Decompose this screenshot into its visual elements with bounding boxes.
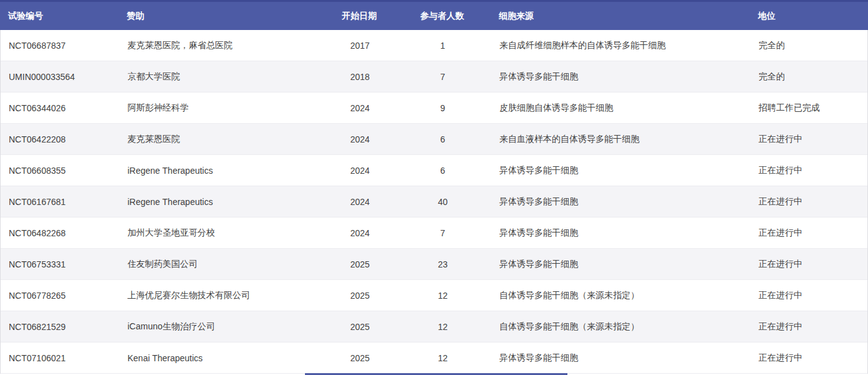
cell-trial_id: NCT06753331 [1,259,119,269]
cell-trial_id: NCT07106021 [1,353,119,363]
cell-cell_source: 异体诱导多能干细胞 [491,352,751,364]
table-row: NCT07106021Kenai Therapeutics202512异体诱导多… [1,342,867,374]
cell-status: 正在进行中 [751,259,867,270]
table-row: NCT06344026阿斯彭神经科学20249皮肤细胞自体诱导多能干细胞招聘工作… [1,92,867,124]
cell-sponsor: iCamuno生物治疗公司 [119,321,326,332]
cell-trial_id: NCT06821529 [1,322,119,332]
cell-trial_id: NCT06167681 [1,197,119,207]
cell-participants: 6 [394,134,491,144]
table-row: NCT06608355iRegene Therapeutics20246异体诱导… [1,155,867,186]
cell-cell_source: 自体诱导多能干细胞（来源未指定） [491,321,751,332]
cell-status: 正在进行中 [751,352,867,364]
cell-sponsor: 阿斯彭神经科学 [119,102,326,114]
cell-sponsor: 上海优尼赛尔生物技术有限公司 [119,290,326,301]
cell-start_date: 2024 [326,166,394,176]
column-header-trial_id: 试验编号 [0,11,119,22]
cell-trial_id: NCT06482268 [1,228,119,238]
cell-sponsor: Kenai Therapeutics [119,353,326,363]
cell-participants: 12 [394,322,491,332]
cell-participants: 9 [394,103,491,113]
cell-start_date: 2017 [326,41,394,51]
table-body: NCT06687837麦克莱恩医院，麻省总医院20171来自成纤维细胞样本的自体… [0,30,868,374]
table-row: NCT06167681iRegene Therapeutics202440异体诱… [1,186,867,218]
cell-start_date: 2024 [326,103,394,113]
cell-start_date: 2018 [326,72,394,82]
cell-status: 完全的 [751,40,867,51]
table-row: NCT06422208麦克莱恩医院20246来自血液样本的自体诱导多能干细胞正在… [1,124,867,155]
cell-start_date: 2024 [326,197,394,207]
cell-participants: 12 [394,291,491,301]
cell-participants: 23 [394,259,491,269]
cell-start_date: 2025 [326,259,394,269]
column-header-sponsor: 赞助 [119,11,325,22]
cell-status: 完全的 [751,71,867,82]
cell-status: 正在进行中 [751,290,867,301]
cell-sponsor: 麦克莱恩医院，麻省总医院 [119,40,326,51]
cell-status: 正在进行中 [751,196,867,208]
column-header-cell_source: 细胞来源 [491,11,750,22]
cell-trial_id: NCT06422208 [1,134,119,144]
cell-participants: 40 [394,197,491,207]
cell-cell_source: 异体诱导多能干细胞 [491,165,751,176]
table-row: UMIN000033564京都大学医院20187异体诱导多能干细胞完全的 [1,61,867,92]
cell-status: 正在进行中 [751,134,867,145]
cell-trial_id: UMIN000033564 [1,72,119,82]
cell-sponsor: iRegene Therapeutics [119,197,326,207]
table-row: NCT06687837麦克莱恩医院，麻省总医院20171来自成纤维细胞样本的自体… [1,30,867,61]
cell-cell_source: 异体诱导多能干细胞 [491,196,751,208]
column-header-participants: 参与者人数 [394,11,491,22]
cell-sponsor: 住友制药美国公司 [119,259,326,270]
cell-participants: 6 [394,166,491,176]
table-row: NCT06482268加州大学圣地亚哥分校20247异体诱导多能干细胞正在进行中 [1,218,867,249]
cell-trial_id: NCT06608355 [1,166,119,176]
cell-start_date: 2025 [326,291,394,301]
table-header-row: 试验编号赞助开始日期参与者人数细胞来源地位 [0,0,868,30]
cell-participants: 12 [394,353,491,363]
cell-start_date: 2024 [326,134,394,144]
table-row: NCT06753331住友制药美国公司202523异体诱导多能干细胞正在进行中 [1,249,867,280]
cell-trial_id: NCT06778265 [1,291,119,301]
cell-start_date: 2025 [326,353,394,363]
cell-trial_id: NCT06344026 [1,103,119,113]
cell-cell_source: 自体诱导多能干细胞（来源未指定） [491,290,751,301]
cell-cell_source: 异体诱导多能干细胞 [491,259,751,270]
cell-start_date: 2025 [326,322,394,332]
cell-status: 正在进行中 [751,165,867,176]
cell-participants: 1 [394,41,491,51]
table-row: NCT06778265上海优尼赛尔生物技术有限公司202512自体诱导多能干细胞… [1,280,867,311]
cell-status: 招聘工作已完成 [751,102,867,114]
cell-participants: 7 [394,228,491,238]
cell-sponsor: iRegene Therapeutics [119,166,326,176]
column-header-start_date: 开始日期 [325,11,394,22]
clinical-trials-table: 试验编号赞助开始日期参与者人数细胞来源地位 NCT06687837麦克莱恩医院，… [0,0,868,374]
cell-trial_id: NCT06687837 [1,41,119,51]
cell-cell_source: 皮肤细胞自体诱导多能干细胞 [491,102,751,114]
column-header-status: 地位 [750,11,868,22]
cell-sponsor: 京都大学医院 [119,71,326,82]
cell-cell_source: 来自血液样本的自体诱导多能干细胞 [491,134,751,145]
cell-participants: 7 [394,72,491,82]
cell-status: 正在进行中 [751,228,867,239]
cell-cell_source: 异体诱导多能干细胞 [491,228,751,239]
cell-cell_source: 来自成纤维细胞样本的自体诱导多能干细胞 [491,40,751,51]
cell-start_date: 2024 [326,228,394,238]
table-row: NCT06821529iCamuno生物治疗公司202512自体诱导多能干细胞（… [1,311,867,342]
cell-cell_source: 异体诱导多能干细胞 [491,71,751,82]
cell-sponsor: 加州大学圣地亚哥分校 [119,228,326,239]
cell-status: 正在进行中 [751,321,867,332]
cell-sponsor: 麦克莱恩医院 [119,134,326,145]
